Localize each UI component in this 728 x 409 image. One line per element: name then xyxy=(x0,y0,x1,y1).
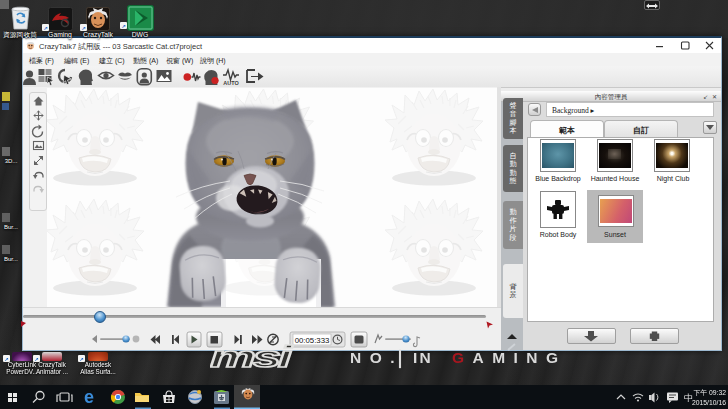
svg-text:e: e xyxy=(84,387,94,407)
svg-text:AUTO: AUTO xyxy=(223,80,239,86)
